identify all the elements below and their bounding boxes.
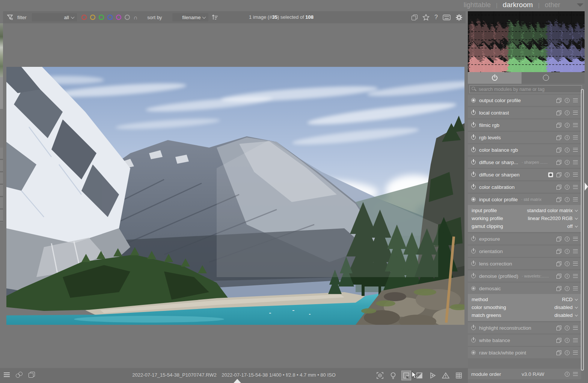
module-row[interactable]: demosaic bbox=[468, 283, 581, 294]
multi-instance-icon[interactable] bbox=[556, 350, 561, 355]
histogram-enable-button[interactable] bbox=[468, 72, 522, 84]
power-icon[interactable] bbox=[471, 172, 476, 177]
module-row[interactable]: diffuse or sharpen bbox=[468, 169, 581, 180]
module-row[interactable]: output color profile bbox=[468, 95, 581, 106]
module-row[interactable]: raw black/white point bbox=[468, 347, 581, 358]
presets-menu-icon[interactable] bbox=[573, 160, 578, 164]
reset-icon[interactable] bbox=[565, 135, 570, 140]
color-label-circle[interactable] bbox=[90, 15, 95, 20]
power-icon[interactable] bbox=[471, 326, 476, 330]
power-icon[interactable] bbox=[471, 110, 476, 115]
reset-icon[interactable] bbox=[565, 172, 570, 177]
guides-icon[interactable] bbox=[454, 371, 463, 380]
reset-icon[interactable] bbox=[565, 372, 570, 377]
presets-menu-icon[interactable] bbox=[573, 237, 578, 241]
filter-range-select[interactable]: all bbox=[32, 13, 77, 21]
param-row[interactable]: match greens disabled bbox=[468, 311, 581, 319]
param-row[interactable]: color smoothing disabled bbox=[468, 303, 581, 311]
multi-instance-icon[interactable] bbox=[556, 172, 561, 177]
always-on-icon[interactable] bbox=[471, 286, 476, 291]
raw-overexposure-icon[interactable] bbox=[441, 371, 450, 380]
presets-menu-icon[interactable] bbox=[573, 262, 578, 265]
module-order-row[interactable]: module order v3.0 RAW bbox=[468, 369, 581, 379]
multi-instance-icon[interactable] bbox=[556, 237, 561, 241]
param-value[interactable]: disabled bbox=[555, 305, 573, 310]
param-value[interactable]: linear Rec2020 RGB bbox=[528, 216, 573, 221]
presets-menu-icon[interactable] bbox=[573, 326, 578, 330]
reset-icon[interactable] bbox=[565, 326, 570, 330]
presets-menu-icon[interactable] bbox=[573, 286, 578, 290]
always-on-icon[interactable] bbox=[471, 197, 476, 202]
shortcuts-keyboard-icon[interactable] bbox=[443, 15, 451, 20]
module-row[interactable]: lens correction bbox=[468, 258, 581, 269]
module-search-input[interactable] bbox=[469, 85, 582, 93]
power-icon[interactable] bbox=[471, 148, 476, 152]
module-row[interactable]: filmic rgb bbox=[468, 119, 581, 131]
module-row[interactable]: white balance bbox=[468, 335, 581, 346]
presets-menu-icon[interactable] bbox=[573, 148, 578, 152]
module-row[interactable]: color balance rgb bbox=[468, 144, 581, 155]
views-chevron-icon[interactable] bbox=[577, 3, 583, 7]
presets-menu-icon[interactable] bbox=[573, 123, 578, 127]
reset-icon[interactable] bbox=[565, 286, 570, 291]
pointer-mode-icon[interactable] bbox=[402, 371, 411, 380]
panel-collapse-arrow[interactable] bbox=[585, 182, 588, 191]
param-row[interactable]: method RCD bbox=[468, 296, 581, 303]
param-value[interactable]: RCD bbox=[562, 297, 573, 302]
left-panel-sliver[interactable] bbox=[0, 23, 3, 368]
histogram-mode-button[interactable] bbox=[543, 75, 549, 81]
histogram-waveform[interactable] bbox=[468, 11, 585, 72]
param-row[interactable]: input profile standard color matrix bbox=[468, 207, 581, 214]
filmstrip-expand-arrow[interactable] bbox=[234, 379, 241, 383]
module-row[interactable]: exposure bbox=[468, 233, 581, 244]
power-icon[interactable] bbox=[471, 237, 476, 241]
presets-menu-icon[interactable] bbox=[573, 372, 578, 376]
color-label-circle[interactable] bbox=[107, 15, 113, 20]
focus-peaking-icon[interactable] bbox=[375, 371, 384, 380]
param-row[interactable]: working profile linear Rec2020 RGB bbox=[468, 214, 581, 222]
grouping-icon[interactable] bbox=[412, 15, 418, 20]
multi-instance-icon[interactable] bbox=[556, 135, 561, 140]
reset-icon[interactable] bbox=[565, 148, 570, 152]
multi-instance-icon[interactable] bbox=[556, 326, 561, 330]
reset-icon[interactable] bbox=[565, 249, 570, 254]
power-icon[interactable] bbox=[471, 123, 476, 127]
module-row[interactable]: highlight reconstruction bbox=[468, 322, 581, 333]
presets-menu-icon[interactable] bbox=[573, 136, 578, 139]
multi-instance-icon[interactable] bbox=[556, 338, 561, 343]
presets-menu-icon[interactable] bbox=[573, 338, 578, 342]
module-row[interactable]: color calibration bbox=[468, 181, 581, 193]
tab-darkroom[interactable]: darkroom bbox=[503, 1, 533, 9]
param-value[interactable]: off bbox=[567, 223, 573, 229]
color-label-circle[interactable] bbox=[116, 15, 121, 20]
multi-instance-icon[interactable] bbox=[556, 261, 561, 266]
reset-icon[interactable] bbox=[565, 110, 570, 115]
module-row[interactable]: orientation bbox=[468, 246, 581, 257]
presets-menu-icon[interactable] bbox=[573, 111, 578, 115]
main-image[interactable] bbox=[6, 67, 464, 325]
always-on-icon[interactable] bbox=[471, 350, 476, 355]
power-icon[interactable] bbox=[471, 249, 476, 253]
reset-icon[interactable] bbox=[565, 185, 570, 190]
multi-instance-icon[interactable] bbox=[556, 185, 561, 190]
module-row[interactable]: input color profile · std matrix bbox=[468, 194, 581, 205]
param-row[interactable]: gamut clipping off bbox=[468, 222, 581, 230]
power-icon[interactable] bbox=[471, 274, 476, 278]
reset-icon[interactable] bbox=[565, 197, 570, 202]
param-value[interactable]: disabled bbox=[555, 312, 573, 318]
color-label-circle[interactable] bbox=[99, 15, 104, 20]
multi-instance-icon[interactable] bbox=[556, 249, 561, 254]
tab-other[interactable]: other bbox=[545, 1, 560, 9]
help-icon[interactable]: ? bbox=[434, 14, 438, 21]
reset-icon[interactable] bbox=[565, 350, 570, 355]
power-icon[interactable] bbox=[471, 185, 476, 189]
reset-icon[interactable] bbox=[565, 160, 570, 165]
reset-icon[interactable] bbox=[565, 123, 570, 128]
power-icon[interactable] bbox=[471, 261, 476, 266]
power-icon[interactable] bbox=[471, 338, 476, 342]
multi-instance-icon[interactable] bbox=[556, 197, 561, 202]
tab-lighttable[interactable]: lighttable bbox=[464, 1, 491, 9]
presets-menu-icon[interactable] bbox=[573, 185, 578, 189]
star-icon[interactable] bbox=[422, 14, 430, 21]
presets-menu-icon[interactable] bbox=[573, 198, 578, 201]
